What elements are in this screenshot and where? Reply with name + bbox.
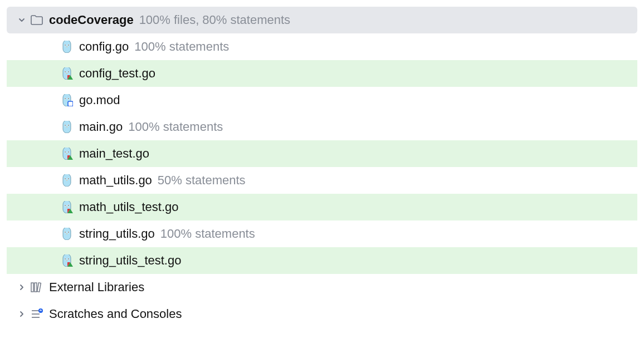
svg-rect-46 (35, 283, 37, 292)
tree-file-row[interactable]: main_test.go (7, 140, 637, 167)
tree-file-row[interactable]: go.mod (7, 87, 637, 114)
file-name-label: math_utils_test.go (79, 200, 179, 214)
svg-point-43 (68, 258, 69, 259)
tree-root-row[interactable]: codeCoverage 100% files, 80% statements (7, 7, 637, 33)
svg-point-36 (65, 232, 66, 233)
tree-file-row[interactable]: string_utils_test.go (7, 247, 637, 274)
tree-root-label: codeCoverage (49, 13, 134, 27)
chevron-down-icon[interactable] (17, 17, 27, 23)
tree-files-container: config.go100% statements config_test.go … (7, 33, 637, 274)
file-name-label: go.mod (79, 93, 120, 107)
svg-point-24 (66, 153, 67, 154)
file-name-label: string_utils_test.go (79, 253, 181, 268)
svg-point-3 (68, 45, 69, 46)
svg-point-16 (65, 125, 66, 126)
tree-file-row[interactable]: math_utils.go50% statements (7, 167, 637, 194)
tree-root-coverage: 100% files, 80% statements (139, 13, 290, 27)
svg-point-41 (65, 258, 66, 259)
go-test-file-icon (60, 67, 74, 80)
tree-file-row[interactable]: string_utils.go100% statements (7, 220, 637, 247)
tree-file-row[interactable]: math_utils_test.go (7, 194, 637, 220)
chevron-right-icon[interactable] (17, 311, 27, 317)
svg-point-33 (68, 205, 69, 206)
go-test-file-icon (60, 200, 74, 214)
go-file-icon (60, 227, 74, 241)
go-mod-icon (60, 94, 74, 107)
project-tree: codeCoverage 100% files, 80% statements … (0, 0, 644, 327)
svg-point-23 (68, 151, 69, 153)
file-coverage-label: 100% statements (160, 227, 255, 241)
svg-point-9 (66, 73, 67, 74)
tree-file-row[interactable]: config.go100% statements (7, 33, 637, 60)
svg-point-44 (66, 260, 67, 261)
svg-point-11 (65, 98, 66, 99)
svg-rect-45 (31, 283, 33, 292)
go-file-icon (60, 120, 74, 134)
folder-icon (30, 13, 43, 27)
tree-scratches-consoles[interactable]: Scratches and Consoles (7, 301, 637, 327)
file-coverage-label: 100% statements (134, 40, 229, 54)
library-icon (30, 281, 43, 294)
svg-point-29 (66, 180, 67, 181)
go-test-file-icon (60, 147, 74, 160)
file-name-label: main.go (79, 120, 123, 134)
svg-point-6 (65, 71, 66, 72)
file-name-label: string_utils.go (79, 227, 155, 241)
tree-file-row[interactable]: config_test.go (7, 60, 637, 87)
go-file-icon (60, 40, 74, 53)
go-test-file-icon (60, 254, 74, 267)
svg-rect-47 (37, 283, 41, 292)
file-name-label: config_test.go (79, 66, 155, 81)
file-name-label: config.go (79, 40, 129, 54)
external-libraries-label: External Libraries (49, 280, 144, 295)
scratches-icon (30, 307, 43, 321)
svg-point-19 (66, 126, 67, 128)
go-file-icon (60, 174, 74, 187)
svg-point-34 (66, 207, 67, 208)
svg-point-21 (65, 151, 66, 153)
tree-external-libraries[interactable]: External Libraries (7, 274, 637, 301)
scratches-label: Scratches and Consoles (49, 307, 182, 321)
svg-point-38 (68, 232, 69, 233)
file-name-label: main_test.go (79, 146, 149, 161)
file-name-label: math_utils.go (79, 173, 152, 188)
svg-point-13 (68, 98, 69, 99)
svg-point-4 (66, 46, 67, 47)
chevron-right-icon[interactable] (17, 284, 27, 291)
svg-rect-14 (68, 101, 73, 106)
svg-point-26 (65, 178, 66, 179)
file-coverage-label: 100% statements (128, 120, 223, 134)
svg-point-18 (68, 125, 69, 126)
file-coverage-label: 50% statements (158, 173, 246, 188)
svg-point-31 (65, 205, 66, 206)
svg-point-1 (65, 45, 66, 46)
tree-file-row[interactable]: main.go100% statements (7, 114, 637, 140)
svg-point-28 (68, 178, 69, 179)
svg-point-39 (66, 233, 67, 234)
svg-point-8 (68, 71, 69, 72)
